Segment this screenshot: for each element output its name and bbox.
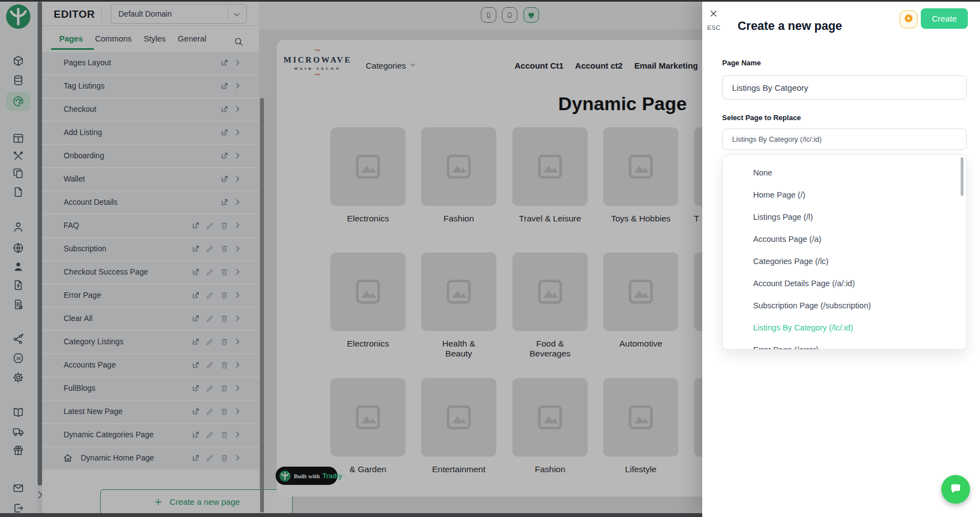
dropdown-scrollbar[interactable]: [961, 157, 963, 196]
dropdown-option[interactable]: Account Details Page (/a/:id): [723, 272, 966, 294]
dropdown-option[interactable]: Categories Page (/lc): [723, 250, 966, 272]
replace-page-dropdown: NoneHome Page (/)Listings Page (/l)Accou…: [722, 154, 967, 350]
video-tutorial-button[interactable]: [900, 11, 917, 28]
page-name-label: Page Name: [722, 59, 761, 67]
close-icon[interactable]: [709, 9, 718, 18]
editor-app: JS EDITOR Default Domain PagesCommonsSty…: [0, 0, 980, 517]
chat-icon: [949, 482, 962, 497]
chat-widget-button[interactable]: [941, 475, 970, 504]
dropdown-option[interactable]: Listings By Category (/lc/:id): [723, 317, 966, 339]
dropdown-option[interactable]: Home Page (/): [723, 184, 966, 206]
modal-title: Create a new page: [738, 19, 842, 33]
create-page-modal: ESC Create a new page Create Page Name S…: [702, 0, 980, 517]
dropdown-option[interactable]: Error Page (/error): [723, 339, 966, 350]
dropdown-option[interactable]: Listings Page (/l): [723, 206, 966, 228]
modal-dim-overlay[interactable]: [0, 0, 702, 517]
create-button[interactable]: Create: [921, 8, 968, 29]
esc-hint: ESC: [707, 24, 720, 31]
top-frame-bar: [0, 0, 980, 2]
dropdown-option[interactable]: None: [723, 162, 966, 184]
dropdown-option[interactable]: Subscription Page (/subscription): [723, 294, 966, 317]
replace-page-label: Select Page to Replace: [722, 113, 801, 122]
replace-page-input[interactable]: [722, 128, 967, 150]
page-name-input[interactable]: [722, 75, 967, 100]
play-icon: [904, 13, 914, 25]
dropdown-option[interactable]: Accounts Page (/a): [723, 228, 966, 250]
